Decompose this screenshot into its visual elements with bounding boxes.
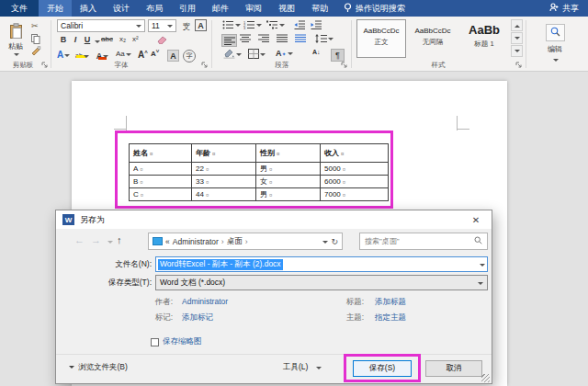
- cancel-button[interactable]: 取消: [425, 360, 482, 377]
- search-icon: [546, 24, 565, 41]
- style-normal[interactable]: AaBbCcDc 正文: [356, 19, 406, 58]
- tab-view[interactable]: 视图: [270, 0, 303, 17]
- italic-button[interactable]: I: [72, 35, 79, 44]
- borders-button[interactable]: [248, 49, 266, 59]
- editing-group-button[interactable]: 编辑: [533, 20, 577, 66]
- tab-design[interactable]: 设计: [105, 0, 138, 17]
- underline-dropdown-arrow[interactable]: [95, 40, 100, 46]
- strikethrough-button[interactable]: abc: [101, 35, 113, 43]
- font-dialog-launcher[interactable]: [201, 62, 209, 69]
- refresh-icon[interactable]: ↻: [331, 237, 338, 246]
- history-dropdown-arrow[interactable]: [107, 241, 113, 246]
- style-heading1[interactable]: AaBb 标题 1: [459, 19, 509, 58]
- filename-input[interactable]: Word转Excel - 副本 - 副本 (2).docx: [155, 256, 488, 272]
- clear-formatting-button[interactable]: [156, 35, 167, 46]
- increase-indent-button[interactable]: [311, 20, 322, 29]
- save-button[interactable]: 保存(S): [353, 360, 412, 377]
- change-case-button[interactable]: Aa: [116, 50, 131, 58]
- search-input[interactable]: 搜索"桌面": [359, 233, 488, 250]
- align-right-button[interactable]: [258, 34, 269, 42]
- browse-folders-button[interactable]: 浏览文件夹(B): [69, 362, 128, 373]
- forward-button[interactable]: →: [91, 234, 101, 245]
- styles-dialog-launcher[interactable]: [515, 62, 523, 69]
- show-marks-button[interactable]: ¶: [331, 49, 345, 62]
- tab-mailings[interactable]: 邮件: [204, 0, 237, 17]
- shading-button[interactable]: [223, 49, 242, 59]
- tab-references[interactable]: 引用: [171, 0, 204, 17]
- shrink-font-button[interactable]: A˅: [151, 50, 159, 58]
- justify-button[interactable]: [277, 34, 288, 42]
- tools-button[interactable]: 工具(L): [283, 362, 322, 373]
- font-name-combo[interactable]: Calibri: [57, 19, 145, 32]
- copy-button[interactable]: [31, 34, 40, 46]
- subject-add-link[interactable]: 指定主题: [375, 312, 406, 324]
- numbering-button[interactable]: 123: [243, 20, 262, 29]
- font-size-value: 11: [152, 21, 160, 30]
- title-add-link[interactable]: 添加标题: [375, 297, 406, 308]
- sparkle-mark: ✦: [282, 51, 287, 57]
- sort-button[interactable]: A↓: [312, 49, 321, 55]
- line-spacing-button[interactable]: [315, 34, 334, 43]
- paragraph-dialog-launcher[interactable]: [341, 62, 348, 69]
- resize-grip[interactable]: [481, 374, 490, 382]
- distribute-button[interactable]: [295, 34, 306, 42]
- cut-button[interactable]: ✂: [31, 21, 39, 30]
- text-effects-button[interactable]: A: [57, 50, 70, 60]
- chevron-down-icon[interactable]: [480, 264, 485, 269]
- folder-icon: [153, 237, 163, 245]
- paste-label: 粘贴: [8, 41, 23, 51]
- up-button[interactable]: ↑: [117, 234, 122, 245]
- style-preview: AaBbCcDc: [357, 27, 405, 35]
- tab-insert[interactable]: 插入: [72, 0, 105, 17]
- tags-add-link[interactable]: 添加标记: [182, 312, 213, 324]
- subscript-button[interactable]: x₂: [119, 35, 126, 43]
- character-border-button[interactable]: A: [195, 19, 207, 31]
- font-size-combo[interactable]: 11: [148, 19, 176, 32]
- author-value[interactable]: Administrator: [182, 297, 228, 306]
- bold-button[interactable]: B: [59, 35, 68, 44]
- decrease-indent-button[interactable]: [294, 20, 306, 29]
- chevron-down-icon: [478, 282, 483, 288]
- styles-more-button[interactable]: [511, 45, 523, 57]
- address-bar[interactable]: « Administrator › 桌面 › ↻: [148, 233, 343, 250]
- style-no-spacing[interactable]: AaBbCcDc 无间隔: [408, 19, 458, 58]
- close-icon[interactable]: ✕: [460, 210, 492, 229]
- tab-review[interactable]: 审阅: [237, 0, 270, 17]
- savetype-select[interactable]: Word 文档 (*.docx): [155, 275, 488, 290]
- group-separator: [51, 20, 51, 68]
- superscript-button[interactable]: x²: [132, 35, 139, 43]
- share-button[interactable]: 共享: [540, 0, 588, 17]
- underline-button[interactable]: U: [83, 35, 92, 44]
- dialog-titlebar[interactable]: W 另存为: [56, 210, 492, 229]
- clipboard-dialog-launcher[interactable]: [41, 62, 49, 69]
- paste-dropdown-arrow: [14, 53, 19, 59]
- savetype-label: 保存类型(T):: [56, 278, 152, 289]
- chevron-down-icon: [136, 25, 141, 30]
- tab-layout[interactable]: 布局: [138, 0, 171, 17]
- styles-scroll-up[interactable]: [511, 19, 523, 31]
- save-thumbnail-checkbox[interactable]: [151, 338, 159, 346]
- paste-button[interactable]: 粘贴: [4, 20, 28, 59]
- bold-glyph: B: [61, 35, 67, 44]
- bullets-button[interactable]: [222, 20, 241, 29]
- address-dropdown-arrow[interactable]: [322, 241, 328, 246]
- tell-me-search[interactable]: 操作说明搜索: [336, 0, 413, 17]
- styles-scroll-down[interactable]: [511, 32, 523, 44]
- tab-home[interactable]: 开始: [39, 0, 72, 17]
- tab-help[interactable]: 帮助: [303, 0, 336, 17]
- format-painter-button[interactable]: [31, 46, 41, 58]
- breadcrumb-desktop[interactable]: 桌面: [227, 236, 243, 247]
- asian-layout-button[interactable]: A✦: [276, 49, 293, 58]
- style-name: 无间隔: [409, 38, 457, 47]
- align-left-button[interactable]: [221, 34, 237, 47]
- tab-file[interactable]: 文件: [0, 0, 39, 17]
- breadcrumb-administrator[interactable]: Administrator: [173, 237, 219, 246]
- grow-font-button[interactable]: A˄: [138, 50, 148, 60]
- multilevel-list-button[interactable]: [266, 20, 285, 29]
- chevron-down-icon: [260, 53, 266, 59]
- phonetic-guide-button[interactable]: wén 文: [180, 18, 193, 32]
- align-center-button[interactable]: [240, 34, 251, 42]
- breadcrumb-prefix: «: [165, 237, 170, 246]
- back-button[interactable]: ←: [74, 234, 85, 245]
- margin-mark: [114, 129, 127, 130]
